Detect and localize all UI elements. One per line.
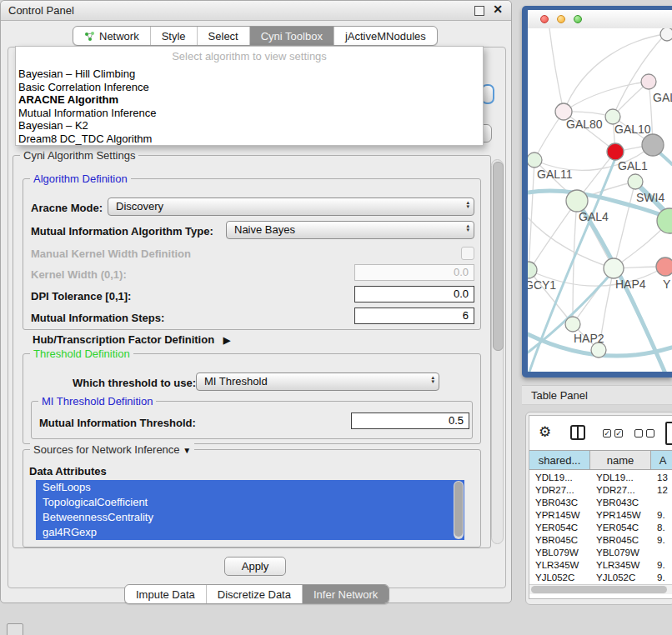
tab-jactivemnodules[interactable]: jActiveMNodules — [333, 27, 437, 45]
table-row[interactable]: YDR27...YDR27...12 — [529, 484, 672, 497]
hub-definition-expander[interactable]: Hub/Transcription Factor Definition ▶ — [33, 333, 230, 346]
table-cell[interactable]: YDR27... — [529, 484, 590, 497]
network-node[interactable] — [660, 28, 672, 41]
gear-icon[interactable]: ⚙ — [539, 423, 551, 441]
table-cell[interactable]: YBR045C — [529, 534, 590, 547]
network-node-gal[interactable] — [641, 74, 656, 89]
table-row[interactable]: YLR345WYLR345W9. — [529, 559, 672, 572]
table-cell[interactable]: YLR345W — [529, 559, 590, 572]
attributes-scrollbar[interactable] — [454, 481, 464, 539]
apply-button[interactable]: Apply — [224, 557, 286, 576]
network-node-gal4[interactable] — [566, 190, 588, 212]
mac-zoom-button[interactable] — [574, 15, 582, 23]
table-horizontal-scrollbar[interactable] — [529, 584, 672, 594]
mi-steps-field[interactable]: 6 — [354, 308, 474, 324]
network-node-gcy1[interactable] — [528, 262, 537, 278]
table-row[interactable]: YER054CYER054C8. — [529, 522, 672, 534]
manual-kernel-checkbox[interactable] — [461, 247, 474, 260]
mi-type-select[interactable]: Naive Bayes ▴▾ — [226, 221, 474, 239]
column-header[interactable]: name — [590, 451, 651, 469]
table-cell[interactable]: YDR27... — [590, 484, 651, 497]
table-cell[interactable]: 9. — [651, 572, 672, 584]
scrollbar-thumb[interactable] — [493, 162, 504, 351]
tab-cyni-toolbox[interactable]: Cyni Toolbox — [249, 27, 333, 45]
table-row[interactable]: YBL079WYBL079W — [529, 547, 672, 559]
column-header[interactable]: shared... — [529, 451, 590, 469]
checkbox-checked-icon[interactable]: ✓ — [603, 429, 611, 438]
attribute-item[interactable]: gal4RGexp — [36, 525, 464, 540]
table-cell[interactable]: YBL079W — [590, 547, 651, 559]
network-node-swi4[interactable] — [628, 174, 643, 189]
table-cell[interactable]: YDL19... — [529, 472, 590, 484]
settings-scrollbar[interactable] — [491, 159, 504, 544]
mac-minimize-button[interactable] — [557, 15, 565, 23]
dpi-tolerance-field[interactable]: 0.0 — [354, 286, 474, 302]
table-cell[interactable]: YPR145W — [529, 509, 590, 522]
mac-close-button[interactable] — [540, 15, 549, 23]
table-cell[interactable]: YBR045C — [590, 534, 651, 547]
table-cell[interactable]: YJL052C — [590, 572, 651, 584]
network-node-gal11[interactable] — [528, 152, 542, 168]
checkbox-unchecked-icon[interactable] — [634, 429, 643, 438]
algorithm-option[interactable]: Bayesian – Hill Climbing — [18, 68, 480, 81]
table-cell[interactable]: YJL052C — [529, 572, 590, 584]
checkbox-checked-icon[interactable]: ✓ — [614, 429, 623, 438]
data-attributes-list[interactable]: SelfLoopsTopologicalCoefficientBetweenne… — [36, 480, 464, 540]
network-graph[interactable]: GALGAL80GAL10GAL1GAL11SWI4GAL4GCY1HAP4YH… — [528, 28, 672, 372]
table-row[interactable]: YDL19...YDL19...13 — [529, 472, 672, 484]
tab-network[interactable]: Network — [73, 27, 150, 45]
table-cell[interactable]: 8. — [651, 522, 672, 534]
table-cell[interactable]: 9. — [651, 534, 672, 547]
table-cell[interactable]: 12 — [651, 484, 672, 497]
document-icon[interactable] — [665, 422, 672, 445]
table-cell[interactable]: YLR345W — [590, 559, 651, 572]
algorithm-option[interactable]: Bayesian – K2 — [18, 119, 480, 132]
algorithm-option[interactable]: Dream8 DC_TDC Algorithm — [18, 132, 480, 146]
sources-legend[interactable]: Sources for Network Inference ▼ — [30, 443, 194, 456]
attribute-item[interactable]: SelfLoops — [36, 480, 464, 495]
table-row[interactable]: YJL052CYJL052C9. — [529, 572, 672, 584]
table-cell[interactable]: 9. — [651, 559, 672, 572]
bottom-tab-infer-network[interactable]: Infer Network — [302, 585, 389, 603]
table-cell[interactable]: YBL079W — [529, 547, 590, 559]
network-node-hap2[interactable] — [565, 317, 580, 332]
table-cell[interactable]: YER054C — [529, 522, 590, 534]
network-node-y[interactable] — [656, 258, 672, 276]
table-cell[interactable]: 9. — [651, 509, 672, 522]
table-cell[interactable]: YDL19... — [590, 472, 651, 484]
algorithm-option[interactable]: Basic Correlation Inference — [18, 81, 480, 94]
table-cell[interactable]: YPR145W — [590, 509, 651, 522]
tab-select[interactable]: Select — [197, 27, 249, 45]
scrollbar-thumb[interactable] — [454, 482, 463, 537]
network-canvas[interactable]: GALGAL80GAL10GAL1GAL11SWI4GAL4GCY1HAP4YH… — [528, 28, 672, 372]
network-node-gal1[interactable] — [607, 143, 624, 160]
column-header[interactable]: A — [651, 451, 672, 469]
float-icon[interactable] — [474, 6, 484, 16]
bottom-tab-discretize-data[interactable]: Discretize Data — [206, 585, 302, 603]
table-cell[interactable] — [651, 497, 672, 509]
table-row[interactable]: YBR045CYBR045C9. — [529, 534, 672, 547]
algorithm-option[interactable]: Mutual Information Inference — [18, 107, 480, 120]
bottom-tab-impute-data[interactable]: Impute Data — [125, 585, 206, 603]
network-node[interactable] — [642, 134, 664, 156]
which-threshold-select[interactable]: MI Threshold ▴▾ — [196, 372, 439, 391]
table-cell[interactable] — [651, 547, 672, 559]
scrollbar-thumb[interactable] — [531, 586, 667, 593]
network-node-hap4[interactable] — [604, 258, 624, 278]
aracne-mode-select[interactable]: Discovery ▴▾ — [108, 198, 474, 216]
close-icon[interactable]: ✕ — [493, 2, 503, 16]
checkbox-unchecked-icon[interactable] — [646, 429, 654, 438]
attribute-item[interactable]: BetweennessCentrality — [36, 510, 464, 525]
collapsed-panel-icon[interactable] — [7, 623, 23, 635]
table-row[interactable]: YBR043CYBR043C — [529, 497, 672, 509]
network-window-titlebar[interactable] — [528, 10, 672, 29]
algorithm-option[interactable]: ARACNE Algorithm — [18, 93, 480, 107]
mi-threshold-field[interactable]: 0.5 — [351, 412, 469, 429]
table-cell[interactable]: YER054C — [590, 522, 651, 534]
table-row[interactable]: YPR145WYPR145W9. — [529, 509, 672, 522]
table-cell[interactable]: 13 — [651, 472, 672, 484]
table-cell[interactable]: YBR043C — [590, 497, 651, 509]
table-cell[interactable]: YBR043C — [529, 497, 590, 509]
tab-style[interactable]: Style — [150, 27, 197, 45]
split-columns-icon[interactable] — [570, 425, 585, 440]
